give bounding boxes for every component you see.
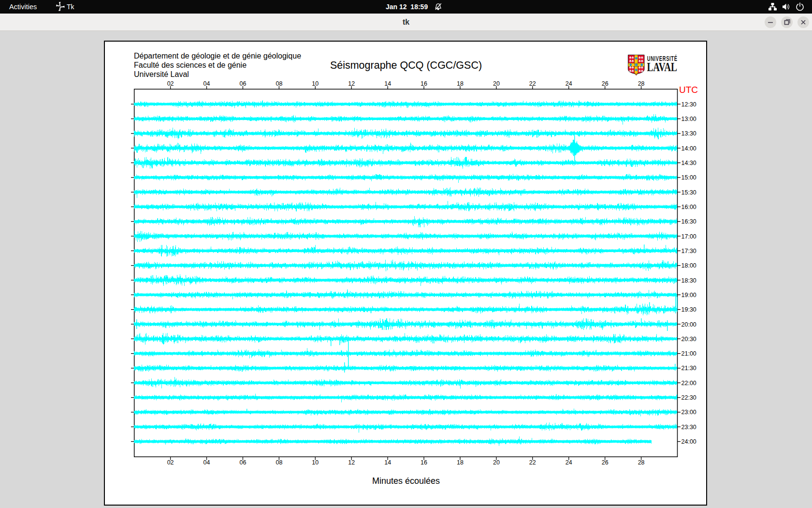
svg-text:LAVAL: LAVAL	[647, 60, 677, 74]
